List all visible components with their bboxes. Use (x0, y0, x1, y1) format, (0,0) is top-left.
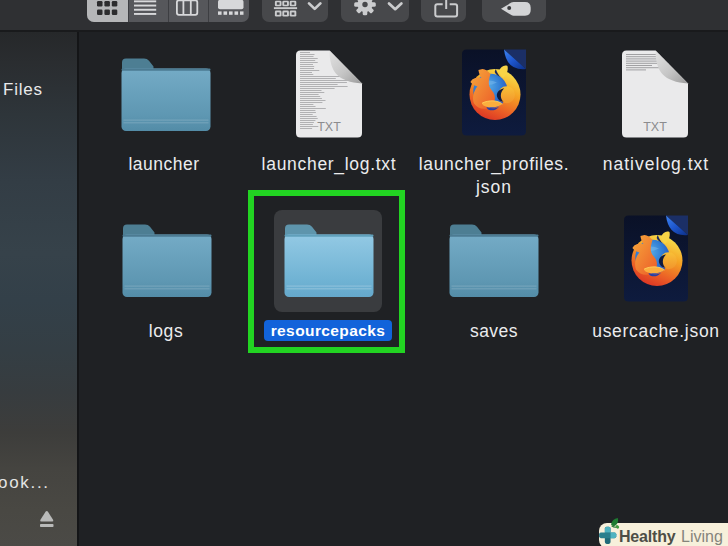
svg-text:TXT: TXT (317, 120, 341, 134)
svg-text:TXT: TXT (643, 120, 667, 134)
